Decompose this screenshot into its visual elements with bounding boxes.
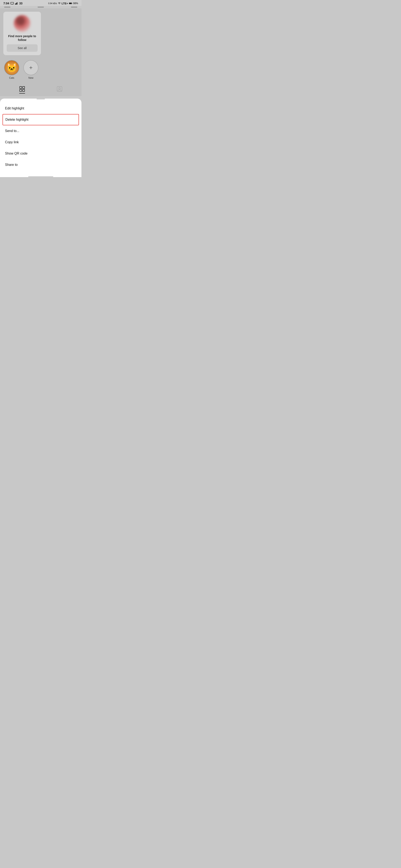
svg-rect-13 — [23, 89, 25, 91]
svg-point-15 — [59, 88, 60, 89]
signal-number: 33 — [19, 2, 23, 5]
edit-highlight-button[interactable]: Edit highlight — [0, 103, 82, 114]
wifi-icon — [58, 2, 61, 5]
bottom-sheet: Edit highlight Delete highlight Send to.… — [0, 99, 82, 177]
top-icons-bar — [0, 6, 82, 8]
svg-rect-6 — [18, 2, 18, 5]
grid-icon — [19, 86, 25, 92]
suggestion-text: Find more people to follow — [7, 34, 38, 42]
share-to-button[interactable]: Share to — [0, 159, 82, 170]
suggestion-card: Find more people to follow See all — [3, 12, 41, 55]
status-bar: 7:04 33 0.94 kB/s LTE+ 98% — [0, 0, 82, 6]
story-circle-cats[interactable]: 🐱 — [4, 60, 19, 75]
top-icon-2 — [38, 7, 44, 7]
tab-person[interactable] — [57, 86, 62, 92]
data-speed: 0.94 kB/s — [48, 2, 57, 5]
svg-rect-5 — [17, 2, 17, 5]
svg-rect-0 — [11, 2, 13, 4]
show-qr-button[interactable]: Show QR code — [0, 148, 82, 159]
status-left: 7:04 33 — [3, 2, 23, 5]
main-content: Find more people to follow See all 🐱 Cat… — [0, 8, 82, 96]
story-circle-new[interactable]: + — [23, 60, 38, 75]
home-indicator — [28, 176, 53, 177]
status-right: 0.94 kB/s LTE+ 98% — [48, 2, 78, 5]
svg-rect-9 — [72, 3, 72, 4]
cat-face: 🐱 — [5, 61, 19, 75]
story-item-new[interactable]: + New — [23, 60, 38, 80]
tabs-row — [3, 84, 78, 93]
story-label-new: New — [28, 76, 33, 80]
screen-icon — [10, 2, 14, 5]
top-icon-1 — [4, 7, 10, 7]
delete-highlight-button[interactable]: Delete highlight — [2, 114, 79, 125]
plus-icon: + — [29, 64, 33, 71]
story-label-cats: Cats — [9, 76, 14, 80]
svg-rect-4 — [16, 3, 17, 5]
svg-rect-8 — [69, 3, 72, 4]
stories-row: 🐱 Cats + New — [3, 60, 78, 80]
tab-grid[interactable] — [19, 86, 25, 92]
battery-percent: 98% — [73, 2, 78, 5]
signal-icon — [15, 2, 18, 5]
see-all-button[interactable]: See all — [7, 44, 38, 52]
cat-emoji: 🐱 — [6, 63, 17, 72]
network-type: LTE+ — [62, 2, 68, 5]
svg-rect-3 — [15, 4, 16, 5]
time: 7:04 — [3, 2, 9, 5]
battery-icon — [69, 2, 72, 5]
top-icon-3 — [71, 7, 77, 7]
svg-rect-11 — [23, 87, 25, 89]
story-item-cats[interactable]: 🐱 Cats — [4, 60, 19, 80]
blurred-avatar — [14, 15, 30, 32]
copy-link-button[interactable]: Copy link — [0, 136, 82, 148]
svg-rect-10 — [20, 87, 22, 89]
drag-handle[interactable] — [36, 99, 45, 99]
svg-rect-12 — [20, 89, 22, 91]
send-to-button[interactable]: Send to... — [0, 125, 82, 136]
sheet-menu: Edit highlight Delete highlight Send to.… — [0, 101, 82, 175]
person-icon — [57, 86, 62, 92]
